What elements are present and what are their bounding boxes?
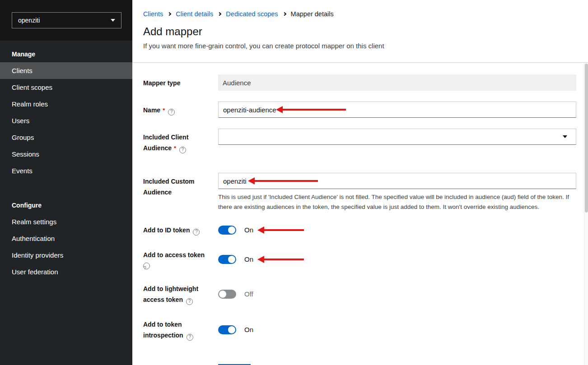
sidebar-item-sessions[interactable]: Sessions (0, 146, 132, 162)
add-to-lightweight-access-token-label: Add to lightweight access token? (143, 280, 218, 305)
form-row-included-client-audience: Included Client Audience*? (143, 129, 576, 154)
sidebar-item-client-scopes[interactable]: Client scopes (0, 79, 132, 96)
sidebar-item-groups[interactable]: Groups (0, 129, 132, 146)
realm-selector[interactable]: openziti (12, 12, 121, 28)
arrow-head-icon (257, 226, 264, 234)
toggle-knob (219, 291, 226, 298)
included-client-audience-select[interactable] (218, 129, 576, 145)
add-to-lightweight-access-token-field: Off (218, 280, 576, 305)
add-to-id-token-field: On (218, 222, 576, 236)
add-to-access-token-field: On (218, 246, 576, 269)
form-row-mapper-type: Mapper type (143, 74, 576, 91)
toggle-state-label: Off (244, 290, 253, 298)
help-icon[interactable]: ? (187, 334, 193, 341)
nav-section-manage: Manage (0, 41, 132, 62)
add-to-access-token-label: Add to access token? (143, 246, 218, 269)
sidebar-nav: Manage Clients Client scopes Realm roles… (0, 41, 132, 280)
help-icon[interactable]: ? (168, 109, 175, 116)
add-to-lightweight-access-token-toggle[interactable] (218, 290, 236, 299)
sidebar: openziti Manage Clients Client scopes Re… (0, 0, 132, 365)
included-custom-audience-field: This is used just if 'Included Client Au… (218, 173, 576, 212)
mapper-type-label-text: Mapper type (143, 79, 180, 87)
chevron-right-icon (168, 12, 171, 16)
sidebar-item-realm-roles[interactable]: Realm roles (0, 96, 132, 112)
required-marker: * (174, 145, 176, 152)
sidebar-item-realm-settings[interactable]: Realm settings (0, 213, 132, 230)
annotation-arrow (248, 177, 318, 185)
main-content: Clients Client details Dedicated scopes … (132, 0, 588, 365)
name-label: Name*? (143, 102, 218, 118)
sidebar-item-users[interactable]: Users (0, 112, 132, 129)
breadcrumb: Clients Client details Dedicated scopes … (143, 10, 576, 18)
form-row-included-custom-audience: Included Custom Audience This is used ju… (143, 173, 576, 212)
realm-name: openziti (18, 17, 40, 24)
help-icon[interactable]: ? (193, 229, 200, 236)
breadcrumb-clients[interactable]: Clients (143, 10, 163, 18)
arrow-head-icon (248, 177, 255, 185)
add-to-access-token-label-text: Add to access token (143, 251, 205, 259)
included-custom-audience-label-text: Included Custom Audience (143, 178, 195, 196)
masthead: openziti (0, 0, 132, 41)
toggle-knob (228, 256, 235, 263)
scrollbar-track (584, 63, 588, 365)
toggle-state-label: On (244, 226, 253, 234)
add-to-id-token-label: Add to ID token? (143, 222, 218, 236)
mapper-form: Mapper type Name*? (132, 63, 588, 365)
arrow-shaft (255, 180, 318, 182)
sidebar-item-clients[interactable]: Clients (0, 62, 132, 79)
mapper-type-input (218, 74, 576, 91)
annotation-arrow (257, 226, 304, 234)
mapper-type-label: Mapper type (143, 74, 218, 91)
nav-list-manage: Clients Client scopes Realm roles Users … (0, 62, 132, 179)
name-input[interactable] (218, 102, 576, 118)
chevron-down-icon (111, 19, 115, 22)
breadcrumb-client-details[interactable]: Client details (176, 10, 213, 18)
add-to-id-token-label-text: Add to ID token (143, 226, 190, 234)
form-row-add-to-token-introspection: Add to token introspection? On (143, 316, 576, 341)
form-row-name: Name*? (143, 102, 576, 118)
help-icon[interactable]: ? (179, 147, 186, 153)
annotation-arrow (257, 256, 304, 263)
mapper-type-field (218, 74, 576, 91)
sidebar-item-events[interactable]: Events (0, 162, 132, 179)
chevron-down-icon (563, 135, 567, 138)
sidebar-item-identity-providers[interactable]: Identity providers (0, 247, 132, 263)
help-icon[interactable]: ? (143, 263, 150, 269)
help-icon[interactable]: ? (186, 298, 193, 305)
add-to-token-introspection-toggle[interactable] (218, 325, 236, 334)
add-to-access-token-toggle[interactable] (218, 255, 236, 264)
sidebar-item-user-federation[interactable]: User federation (0, 263, 132, 280)
add-to-token-introspection-label-text: Add to token introspection (143, 321, 183, 339)
page-title: Add mapper (143, 25, 576, 38)
scrollbar-thumb[interactable] (585, 64, 588, 213)
arrow-shaft (264, 229, 304, 231)
breadcrumb-mapper-details: Mapper details (291, 10, 334, 18)
arrow-head-icon (257, 256, 264, 263)
included-custom-audience-label: Included Custom Audience (143, 173, 218, 212)
form-row-add-to-lightweight-access-token: Add to lightweight access token? Off (143, 280, 576, 305)
annotation-arrow (276, 106, 346, 113)
chevron-right-icon (282, 12, 286, 16)
name-label-text: Name (143, 106, 160, 114)
toggle-knob (228, 326, 235, 333)
breadcrumb-dedicated-scopes[interactable]: Dedicated scopes (226, 10, 278, 18)
name-field (218, 102, 576, 118)
arrow-shaft (283, 109, 346, 111)
nav-section-configure: Configure (0, 192, 132, 213)
page-header: Clients Client details Dedicated scopes … (132, 0, 588, 63)
app-window: openziti Manage Clients Client scopes Re… (0, 0, 588, 365)
toggle-state-label: On (244, 255, 253, 263)
add-to-token-introspection-field: On (218, 316, 576, 341)
included-custom-audience-helper-text: This is used just if 'Included Client Au… (218, 192, 576, 212)
toggle-state-label: On (244, 326, 253, 333)
required-marker: * (163, 107, 165, 114)
included-client-audience-label: Included Client Audience*? (143, 129, 218, 154)
arrow-shaft (264, 259, 304, 260)
form-row-add-to-access-token: Add to access token? On (143, 246, 576, 269)
nav-list-configure: Realm settings Authentication Identity p… (0, 213, 132, 280)
toggle-knob (228, 226, 235, 234)
sidebar-item-authentication[interactable]: Authentication (0, 230, 132, 247)
add-to-id-token-toggle[interactable] (218, 226, 236, 235)
form-row-add-to-id-token: Add to ID token? On (143, 222, 576, 236)
add-to-token-introspection-label: Add to token introspection? (143, 316, 218, 341)
